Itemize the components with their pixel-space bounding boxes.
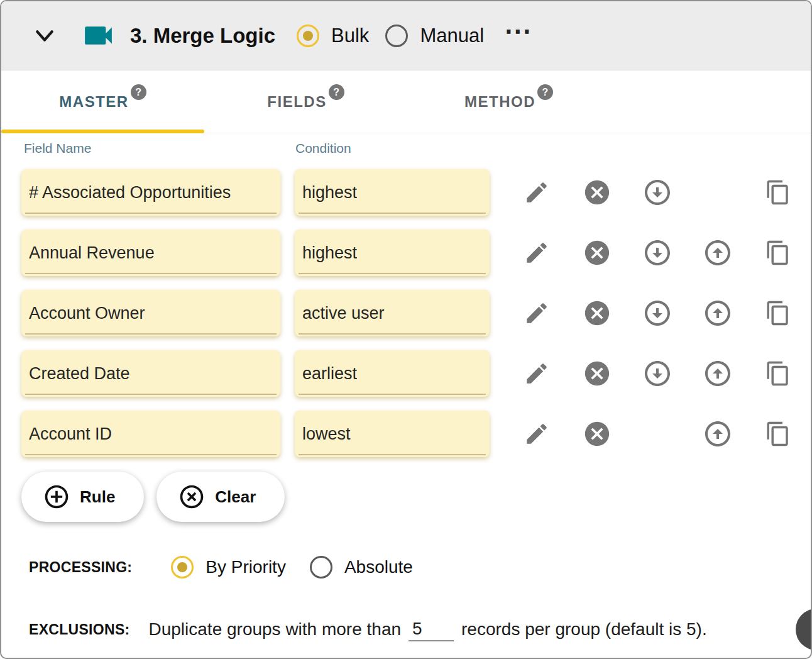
rule-actions: Rule Clear	[1, 472, 811, 522]
videocam-icon	[80, 18, 116, 53]
rule-row-actions	[522, 238, 793, 268]
exclusions-label: EXCLUSIONS:	[29, 621, 129, 638]
add-rule-label: Rule	[80, 487, 115, 507]
exclusions-text-after: records per group (default is 5).	[461, 619, 707, 640]
copy-icon	[765, 360, 791, 387]
copy-icon	[765, 179, 791, 206]
more-options-icon: ⋯	[504, 15, 532, 46]
condition-input[interactable]: active user	[295, 290, 490, 336]
exclusions-count-input[interactable]	[409, 617, 454, 641]
chevron-down-icon	[28, 23, 61, 48]
delete-rule-button[interactable]	[582, 358, 612, 389]
edit-rule-button[interactable]	[522, 419, 552, 449]
master-tab-content: Field Name Condition # Associated Opport…	[1, 133, 811, 644]
plus-circle-icon	[43, 483, 70, 511]
field-name-input[interactable]: # Associated Opportunities	[21, 169, 280, 216]
tab-method[interactable]: METHOD ?	[407, 70, 610, 133]
edit-rule-button[interactable]	[522, 358, 552, 389]
condition-input[interactable]: lowest	[295, 411, 490, 457]
field-name-input[interactable]: Account Owner	[21, 290, 280, 336]
rule-row-actions	[522, 419, 793, 449]
help-icon[interactable]: ?	[329, 84, 344, 100]
help-icon[interactable]: ?	[537, 84, 553, 100]
help-icon[interactable]: ?	[131, 84, 146, 100]
more-options-button[interactable]: ⋯	[500, 23, 535, 39]
move-up-button[interactable]	[703, 238, 733, 268]
condition-input[interactable]: highest	[295, 230, 490, 276]
manual-radio[interactable]: Manual	[385, 25, 484, 47]
tab-master-label: MASTER	[59, 93, 128, 111]
merge-logic-panel: 3. Merge Logic Bulk Manual ⋯ MASTER ? FI…	[0, 0, 812, 659]
move-up-circle-icon	[703, 297, 733, 330]
manual-radio-label: Manual	[420, 25, 484, 47]
condition-column-label: Condition	[295, 141, 351, 157]
copy-icon	[765, 421, 791, 447]
delete-rule-button[interactable]	[582, 238, 612, 268]
clear-button[interactable]: Clear	[156, 472, 285, 522]
by-priority-radio[interactable]: By Priority	[171, 556, 286, 579]
move-up-circle-icon	[703, 357, 733, 390]
move-up-circle-icon	[703, 418, 733, 450]
move-down-circle-icon	[642, 236, 672, 269]
condition-input[interactable]: earliest	[295, 350, 490, 397]
edit-pencil-icon	[524, 360, 550, 387]
delete-x-circle-icon	[583, 178, 612, 207]
add-rule-button[interactable]: Rule	[21, 472, 144, 522]
move-down-circle-icon	[642, 297, 672, 330]
copy-icon	[765, 300, 791, 326]
tab-fields[interactable]: FIELDS ?	[204, 70, 407, 133]
by-priority-radio-label: By Priority	[206, 557, 286, 577]
move-down-circle-icon	[642, 357, 672, 390]
edit-pencil-icon	[524, 300, 550, 326]
tab-method-label: METHOD	[464, 93, 535, 111]
delete-rule-button[interactable]	[582, 419, 612, 449]
field-name-input[interactable]: Created Date	[21, 350, 280, 397]
copy-rule-button[interactable]	[763, 419, 793, 449]
bulk-radio-label: Bulk	[331, 25, 369, 47]
absolute-radio[interactable]: Absolute	[310, 556, 413, 579]
bulk-radio-circle	[297, 25, 319, 47]
move-down-circle-icon	[642, 176, 672, 209]
edit-pencil-icon	[524, 240, 550, 266]
absolute-radio-circle	[310, 556, 332, 579]
copy-rule-button[interactable]	[763, 358, 793, 389]
collapse-chevron-button[interactable]	[28, 19, 62, 53]
move-up-button[interactable]	[703, 298, 733, 328]
processing-label: PROCESSING:	[29, 559, 132, 576]
delete-x-circle-icon	[583, 299, 612, 328]
copy-rule-button[interactable]	[763, 177, 793, 208]
exclusions-text-before: Duplicate groups with more than	[148, 619, 401, 640]
bulk-radio[interactable]: Bulk	[297, 25, 369, 47]
move-down-button[interactable]	[642, 177, 672, 208]
rule-row-actions	[522, 358, 793, 389]
tab-bar: MASTER ? FIELDS ? METHOD ?	[1, 70, 811, 133]
condition-input[interactable]: highest	[295, 169, 490, 216]
manual-radio-circle	[385, 25, 408, 47]
copy-icon	[765, 240, 791, 266]
move-down-button[interactable]	[642, 238, 672, 268]
x-circle-outline-icon	[178, 483, 206, 511]
move-down-button[interactable]	[642, 298, 672, 328]
edit-rule-button[interactable]	[522, 238, 552, 268]
copy-rule-button[interactable]	[763, 238, 793, 268]
delete-rule-button[interactable]	[582, 298, 612, 328]
copy-rule-button[interactable]	[763, 298, 793, 328]
rule-list: # Associated Opportunities highest	[1, 162, 811, 464]
field-name-input[interactable]: Annual Revenue	[21, 230, 280, 276]
field-name-input[interactable]: Account ID	[21, 411, 280, 457]
move-up-button[interactable]	[703, 358, 733, 389]
tab-fields-label: FIELDS	[267, 93, 326, 111]
rule-row: Account ID lowest	[1, 404, 811, 464]
panel-title: 3. Merge Logic	[130, 24, 275, 48]
delete-x-circle-icon	[583, 419, 612, 448]
move-down-button[interactable]	[642, 358, 672, 389]
move-up-button[interactable]	[703, 419, 733, 449]
delete-rule-button[interactable]	[582, 177, 612, 208]
column-labels: Field Name Condition	[1, 141, 811, 157]
edit-rule-button[interactable]	[522, 177, 552, 208]
absolute-radio-label: Absolute	[344, 557, 413, 577]
delete-x-circle-icon	[583, 238, 612, 267]
tab-master[interactable]: MASTER ?	[1, 70, 204, 133]
processing-section: PROCESSING: By Priority Absolute	[1, 555, 811, 580]
edit-rule-button[interactable]	[522, 298, 552, 328]
